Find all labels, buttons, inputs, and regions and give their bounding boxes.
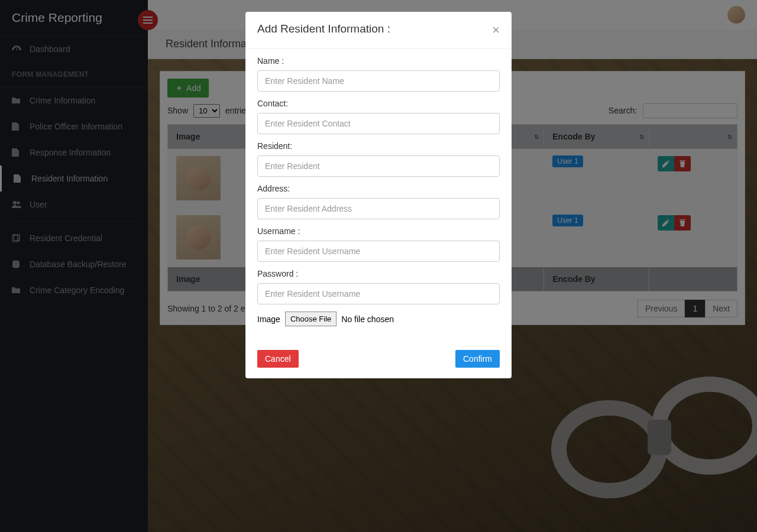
image-label: Image <box>257 314 280 324</box>
choose-file-button[interactable]: Choose File <box>285 312 337 326</box>
password-label: Password : <box>257 269 500 278</box>
contact-input[interactable] <box>257 113 500 134</box>
name-label: Name : <box>257 56 500 66</box>
username-input[interactable] <box>257 241 500 262</box>
resident-label: Resident: <box>257 141 500 151</box>
address-label: Address: <box>257 184 500 193</box>
modal-title: Add Resident Information : <box>257 22 390 38</box>
close-icon[interactable]: × <box>492 22 500 38</box>
file-status: No file chosen <box>341 314 394 324</box>
add-resident-modal: Add Resident Information : × Name : Cont… <box>245 12 512 378</box>
name-input[interactable] <box>257 70 500 92</box>
password-input[interactable] <box>257 283 500 304</box>
modal-overlay: Add Resident Information : × Name : Cont… <box>0 0 757 532</box>
address-input[interactable] <box>257 198 500 219</box>
confirm-button[interactable]: Confirm <box>455 350 500 368</box>
username-label: Username : <box>257 226 500 236</box>
resident-input[interactable] <box>257 155 500 177</box>
contact-label: Contact: <box>257 99 500 108</box>
cancel-button[interactable]: Cancel <box>257 350 299 368</box>
